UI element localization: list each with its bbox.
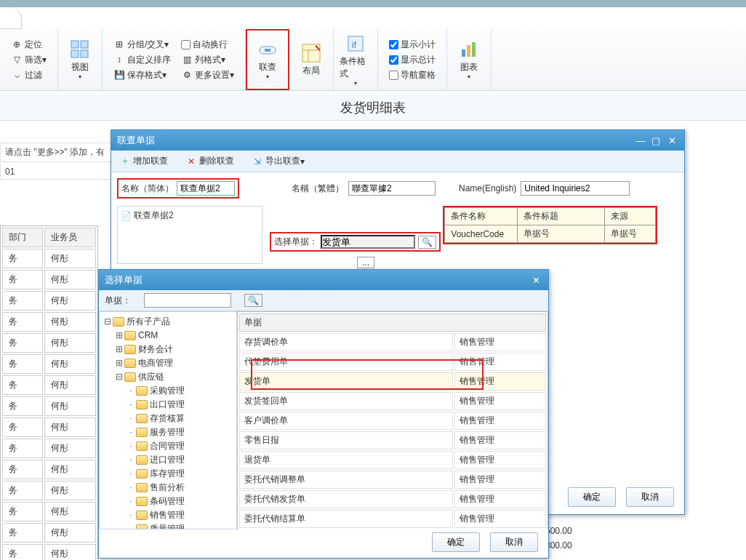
minimize-button[interactable]: —	[634, 135, 647, 146]
svg-rect-3	[81, 50, 88, 57]
name-en-label: Name(English)	[459, 183, 516, 193]
tree-item[interactable]: ·合同管理	[126, 439, 233, 453]
tree-item[interactable]: ·质量管理	[126, 522, 233, 529]
tree-item[interactable]: ⊞电商管理	[114, 356, 233, 370]
delete-link-button[interactable]: ✕删除联查	[183, 153, 236, 169]
maximize-button[interactable]: ▢	[649, 135, 662, 146]
tree-item-supply[interactable]: ⊟供应链	[114, 370, 233, 384]
show-total-checkbox[interactable]: 显示总计	[387, 52, 438, 68]
cancel-button[interactable]: 取消	[490, 532, 538, 552]
code-text: 01	[0, 164, 113, 180]
svg-rect-0	[71, 41, 79, 48]
save-icon: 💾	[113, 69, 125, 81]
close-button[interactable]: ✕	[529, 275, 542, 286]
lookup-icon[interactable]: 🔍	[418, 236, 436, 249]
filter-button[interactable]: ▽筛选 ▾	[9, 52, 49, 68]
custom-sort-button[interactable]: ↕自定义排序	[111, 52, 173, 68]
doc-list-row[interactable]: 存货调价单销售管理	[239, 333, 546, 351]
page-title: 发货明细表	[0, 95, 746, 121]
doc-list-row[interactable]: 发货签回单销售管理	[239, 392, 546, 410]
col-format-button[interactable]: ▥列格式 ▾	[179, 52, 228, 68]
svg-rect-5	[265, 49, 270, 52]
name-tw-label: 名稱（繁體）	[292, 183, 344, 195]
tree-item[interactable]: ·条码管理	[126, 495, 233, 508]
svg-rect-11	[472, 42, 476, 57]
grid-icon	[70, 39, 90, 60]
tree-item[interactable]: ·出口管理	[126, 398, 233, 412]
layout-icon	[301, 43, 321, 63]
chart-button[interactable]: 图表▾	[453, 31, 485, 88]
group-cross-button[interactable]: ⊞分组/交叉 ▾	[111, 37, 171, 52]
tree-item[interactable]: ·库存管理	[126, 467, 233, 481]
condition-table: 条件名称条件标题来源 VoucherCode单据号单据号	[444, 207, 656, 243]
doc-list-table: 单据 存货调价单销售管理代垫费用单销售管理发货单销售管理发货签回单销售管理客户调…	[237, 311, 548, 529]
hint-text: 请点击 "更多>>" 添加，有	[0, 143, 116, 162]
name-tw-input[interactable]	[348, 181, 436, 196]
ok-button[interactable]: 确定	[568, 487, 616, 507]
tree-root[interactable]: 📄联查单据2	[121, 209, 259, 222]
auto-wrap-checkbox[interactable]: 自动换行	[179, 37, 230, 52]
add-link-button[interactable]: ＋增加联查	[117, 153, 170, 169]
doc-list-row[interactable]: 委托代销调整单销售管理	[239, 471, 546, 489]
cancel-button[interactable]: 取消	[626, 487, 674, 507]
chart-icon	[459, 39, 479, 60]
bg-numbers: 500.00300.00	[545, 524, 572, 553]
close-button[interactable]: ✕	[665, 135, 678, 146]
filter-icon: ▽	[11, 54, 23, 65]
save-format-button[interactable]: 💾保存格式 ▾	[111, 68, 169, 83]
name-cn-input[interactable]	[177, 181, 235, 196]
doc-list-row[interactable]: 发货单销售管理	[239, 372, 546, 391]
locate-button[interactable]: ⊕定位	[9, 37, 44, 52]
condition-row[interactable]: VoucherCode单据号单据号	[445, 225, 656, 243]
select-doc-label: 选择单据：	[274, 236, 318, 248]
cond-format-icon: if	[345, 33, 366, 54]
product-tree: ⊟所有子产品 ⊞CRM ⊞财务会计 ⊞电商管理 ⊟供应链 ·采购管理·出口管理·…	[99, 311, 237, 529]
tree-item[interactable]: ·存货核算	[126, 412, 233, 425]
doc-list-row[interactable]: 零售日报销售管理	[239, 431, 546, 449]
doc-icon: 📄	[121, 211, 132, 221]
svg-text:if: if	[352, 40, 357, 50]
filter2-button[interactable]: ⌵过滤	[9, 68, 44, 83]
tree-item[interactable]: ⊞CRM	[114, 329, 233, 343]
doc-list-row[interactable]: 客户调价单销售管理	[239, 412, 546, 430]
search-icon[interactable]: 🔍	[244, 294, 262, 307]
background-table: 部门业务员 务何彤 务何彤 务何彤 务何彤 务何彤 务何彤 务何彤 务何彤 务何…	[0, 225, 98, 560]
view-button[interactable]: 视图▾	[64, 31, 96, 88]
nav-pane-checkbox[interactable]: 导航窗格	[387, 68, 438, 83]
tree-item[interactable]: ·采购管理	[126, 384, 233, 398]
export-link-button[interactable]: ⇲导出联查 ▾	[249, 153, 307, 169]
add-icon: ＋	[119, 156, 131, 167]
delete-icon: ✕	[185, 156, 197, 167]
tree-root[interactable]: ⊟所有子产品	[103, 315, 233, 329]
cond-format-button[interactable]: if 条件格式▾	[340, 31, 372, 88]
doc-list-row[interactable]: 委托代销发货单销售管理	[239, 490, 546, 508]
linked-query-button[interactable]: 联查▾	[252, 33, 284, 87]
tree-item[interactable]: ·销售管理	[126, 508, 233, 522]
group-icon: ⊞	[113, 39, 125, 50]
browser-tab-corner	[0, 7, 22, 29]
tree-item[interactable]: ·服务管理	[126, 425, 233, 439]
export-icon: ⇲	[252, 156, 263, 167]
tree-item[interactable]: ·售前分析	[126, 481, 233, 495]
ok-button[interactable]: 确定	[432, 532, 480, 552]
ribbon: ⊕定位 ▽筛选 ▾ ⌵过滤 视图▾ ⊞分组/交叉 ▾ ↕自定义排序 💾保存格式 …	[0, 29, 746, 91]
name-en-input[interactable]	[521, 181, 630, 196]
locate-icon: ⊕	[11, 39, 23, 50]
dialog-title: 联查单据	[117, 134, 155, 147]
tree-item[interactable]: ·进口管理	[126, 453, 233, 467]
layout-button[interactable]: 布局	[295, 31, 327, 88]
doc-label: 单据：	[105, 295, 131, 307]
doc-search-input[interactable]	[144, 293, 231, 308]
sort-icon: ↕	[113, 54, 125, 65]
doc-list-row[interactable]: 委托代销结算单销售管理	[239, 510, 546, 528]
doc-list-row[interactable]: 退货单销售管理	[239, 451, 546, 469]
funnel-icon: ⌵	[11, 69, 23, 81]
tree-item[interactable]: ⊞财务会计	[114, 343, 233, 356]
show-subtotal-checkbox[interactable]: 显示小计	[387, 37, 438, 52]
ellipsis-button[interactable]: ...	[357, 257, 374, 268]
column-icon: ▥	[181, 54, 193, 65]
more-settings-button[interactable]: ⚙更多设置 ▾	[179, 68, 236, 83]
select-doc-input[interactable]	[321, 235, 415, 249]
doc-list-row[interactable]: 代垫费用单销售管理	[239, 353, 546, 371]
svg-rect-9	[462, 49, 465, 57]
